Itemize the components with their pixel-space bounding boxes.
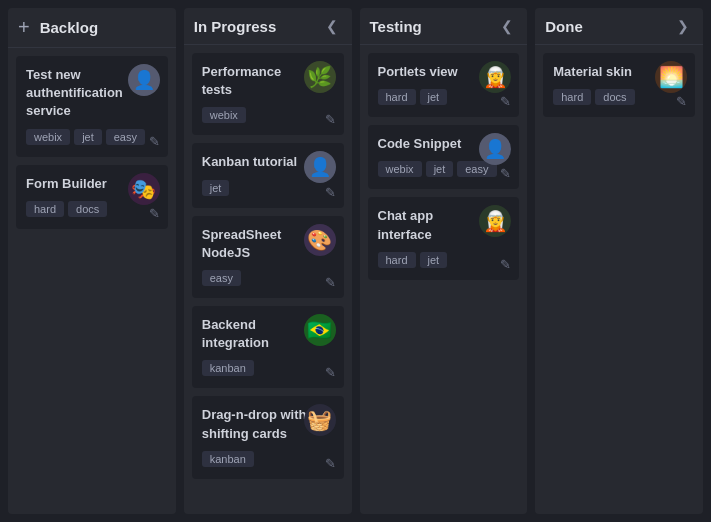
- edit-card-button[interactable]: ✎: [149, 206, 160, 221]
- tag: easy: [202, 270, 241, 286]
- avatar: 🧺: [304, 404, 336, 436]
- list-item: Performance testswebix🌿✎: [192, 53, 344, 135]
- avatar: 👤: [304, 151, 336, 183]
- card-tags: kanban: [202, 451, 334, 467]
- tag: jet: [74, 129, 102, 145]
- list-item: Portlets viewhardjet🧝✎: [368, 53, 520, 117]
- card-tags: kanban: [202, 360, 334, 376]
- tag: webix: [202, 107, 246, 123]
- list-item: Drag-n-drop with shifting cardskanban🧺✎: [192, 396, 344, 478]
- card-tags: easy: [202, 270, 334, 286]
- column-in-progress: In Progress❮Performance testswebix🌿✎Kanb…: [184, 8, 352, 514]
- column-title: Done: [545, 18, 583, 35]
- nav-left-button[interactable]: ❮: [497, 16, 517, 36]
- tag: kanban: [202, 360, 254, 376]
- card-tags: hardjet: [378, 252, 510, 268]
- edit-card-button[interactable]: ✎: [500, 94, 511, 109]
- list-item: Kanban tutorialjet👤✎: [192, 143, 344, 207]
- column-header-done: Done❯: [535, 8, 703, 45]
- list-item: Chat app interfacehardjet🧝✎: [368, 197, 520, 279]
- tag: kanban: [202, 451, 254, 467]
- column-testing: Testing❮Portlets viewhardjet🧝✎Code Snipp…: [360, 8, 528, 514]
- card-tags: webixjeteasy: [26, 129, 158, 145]
- kanban-board: +BacklogTest new authentification servic…: [0, 0, 711, 522]
- tag: jet: [420, 252, 448, 268]
- edit-card-button[interactable]: ✎: [325, 456, 336, 471]
- column-body-in-progress: Performance testswebix🌿✎Kanban tutorialj…: [184, 45, 352, 514]
- tag: webix: [378, 161, 422, 177]
- tag: jet: [426, 161, 454, 177]
- tag: jet: [420, 89, 448, 105]
- column-backlog: +BacklogTest new authentification servic…: [8, 8, 176, 514]
- edit-card-button[interactable]: ✎: [325, 112, 336, 127]
- edit-card-button[interactable]: ✎: [325, 365, 336, 380]
- tag: docs: [595, 89, 634, 105]
- tag: docs: [68, 201, 107, 217]
- edit-card-button[interactable]: ✎: [500, 166, 511, 181]
- tag: jet: [202, 180, 230, 196]
- list-item: Code Snippetwebixjeteasy👤✎: [368, 125, 520, 189]
- column-body-backlog: Test new authentification servicewebixje…: [8, 48, 176, 514]
- list-item: Backend integrationkanban🇧🇷✎: [192, 306, 344, 388]
- nav-right-button[interactable]: ❯: [673, 16, 693, 36]
- column-title: Backlog: [40, 19, 98, 36]
- column-body-testing: Portlets viewhardjet🧝✎Code Snippetwebixj…: [360, 45, 528, 514]
- tag: hard: [553, 89, 591, 105]
- avatar: 🎨: [304, 224, 336, 256]
- tag: hard: [378, 252, 416, 268]
- avatar: 👤: [128, 64, 160, 96]
- avatar: 🇧🇷: [304, 314, 336, 346]
- list-item: Test new authentification servicewebixje…: [16, 56, 168, 157]
- column-header-in-progress: In Progress❮: [184, 8, 352, 45]
- list-item: SpreadSheet NodeJSeasy🎨✎: [192, 216, 344, 298]
- column-title: In Progress: [194, 18, 277, 35]
- tag: hard: [26, 201, 64, 217]
- tag: easy: [106, 129, 145, 145]
- avatar: 🎭: [128, 173, 160, 205]
- avatar: 👤: [479, 133, 511, 165]
- edit-card-button[interactable]: ✎: [325, 185, 336, 200]
- column-done: Done❯Material skinharddocs🌅✎: [535, 8, 703, 514]
- column-title: Testing: [370, 18, 422, 35]
- avatar: 🧝: [479, 61, 511, 93]
- edit-card-button[interactable]: ✎: [149, 134, 160, 149]
- add-card-button[interactable]: +: [18, 16, 30, 39]
- tag: hard: [378, 89, 416, 105]
- card-tags: webix: [202, 107, 334, 123]
- edit-card-button[interactable]: ✎: [676, 94, 687, 109]
- list-item: Form Builderharddocs🎭✎: [16, 165, 168, 229]
- edit-card-button[interactable]: ✎: [325, 275, 336, 290]
- list-item: Material skinharddocs🌅✎: [543, 53, 695, 117]
- column-header-testing: Testing❮: [360, 8, 528, 45]
- column-body-done: Material skinharddocs🌅✎: [535, 45, 703, 514]
- column-header-backlog: +Backlog: [8, 8, 176, 48]
- avatar: 🌅: [655, 61, 687, 93]
- nav-left-button[interactable]: ❮: [322, 16, 342, 36]
- avatar: 🌿: [304, 61, 336, 93]
- edit-card-button[interactable]: ✎: [500, 257, 511, 272]
- tag: webix: [26, 129, 70, 145]
